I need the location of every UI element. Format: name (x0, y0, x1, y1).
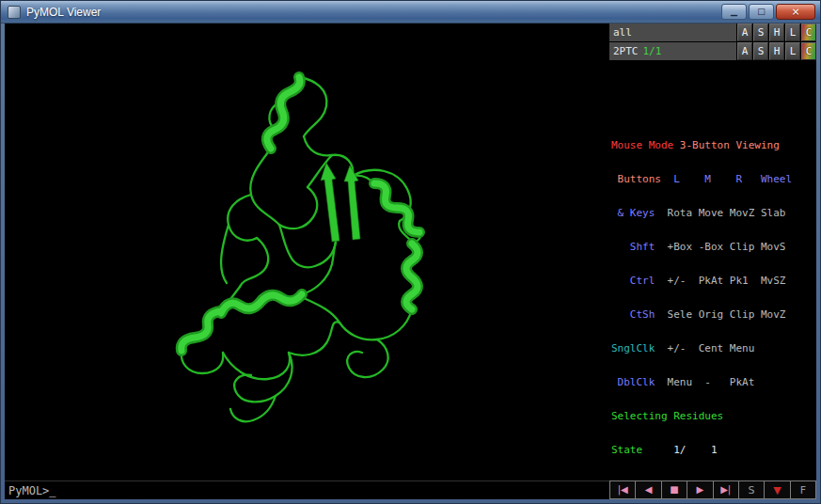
mouse-row-shft: Shft +Box -Box Clip MovS (611, 242, 816, 253)
maximize-icon: □ (757, 5, 766, 19)
window-title: PyMOL Viewer (26, 6, 716, 19)
snglclk-label: SnglClk (611, 342, 655, 354)
control-panel: all A S H L C 2PTC 1/1 A (609, 24, 816, 499)
ctrl-label: Ctrl (611, 275, 655, 287)
action-menu-button[interactable]: A (737, 24, 752, 41)
dblclk-values: Menu - PkAt (655, 376, 754, 388)
action-menu-button[interactable]: A (737, 42, 752, 60)
play-button[interactable]: ▶ (687, 480, 713, 499)
stop-icon: ■ (670, 485, 678, 495)
minimize-button[interactable]: ▁ (721, 4, 747, 20)
pymol-window: PyMOL Viewer ▁ □ × (0, 0, 821, 504)
command-line[interactable]: PyMOL>_ (5, 480, 609, 499)
mouse-row-ctsh: CtSh Sele Orig Clip MovZ (611, 309, 816, 321)
play-icon: ▶ (696, 485, 703, 495)
selecting-mode[interactable]: Selecting Residues (611, 411, 816, 422)
object-row-2ptc: 2PTC 1/1 A S H L C (609, 42, 816, 60)
mouse-row-snglclk: SnglClk +/- Cent Menu (611, 343, 816, 354)
rewind-to-start-icon: |◀ (618, 485, 628, 495)
buttons-columns: L M R Wheel (661, 173, 792, 185)
hide-menu-button[interactable]: H (769, 42, 784, 60)
forward-to-end-icon: ▶| (720, 485, 731, 495)
scene-button[interactable]: S (738, 480, 765, 499)
object-label: all (613, 26, 632, 39)
color-menu-button[interactable]: C (801, 42, 816, 60)
ctrl-values: +/- PkAt Pk1 MvSZ (655, 275, 785, 287)
command-prompt: PyMOL> (8, 484, 49, 497)
close-icon: × (791, 5, 799, 19)
titlebar[interactable]: PyMOL Viewer ▁ □ × (1, 1, 820, 24)
selecting-label: Selecting (611, 410, 668, 422)
label-menu-button[interactable]: L (785, 42, 800, 60)
movie-controls: |◀ ◀ ■ ▶ ▶| S ▼ F (609, 480, 816, 499)
minimize-icon: ▁ (731, 5, 737, 19)
scene-label: S (749, 485, 755, 496)
record-button[interactable]: ▼ (764, 480, 790, 499)
mouse-mode-header[interactable]: Mouse Mode 3-Button Viewing (611, 140, 816, 151)
keys-values: Rota Move MovZ Slab (655, 207, 785, 219)
forward-to-end-button[interactable]: ▶| (713, 480, 739, 499)
command-cursor: _ (49, 484, 55, 497)
keys-label: & Keys (611, 207, 655, 219)
window-controls: ▁ □ × (721, 4, 815, 20)
mouse-mode-label: Mouse Mode (611, 139, 673, 151)
close-button[interactable]: × (776, 4, 815, 20)
mouse-row-keys: & Keys Rota Move MovZ Slab (611, 208, 816, 219)
color-menu-button[interactable]: C (801, 24, 816, 41)
object-list-empty-area (609, 61, 816, 116)
state-value: 1/ 1 (642, 444, 717, 456)
object-list: all A S H L C 2PTC 1/1 A (609, 24, 816, 61)
mouse-mode-panel: Mouse Mode 3-Button Viewing Buttons L M … (609, 116, 816, 480)
object-name-2ptc[interactable]: 2PTC 1/1 (609, 42, 736, 60)
mouse-buttons-header: Buttons L M R Wheel (611, 174, 816, 185)
dblclk-label: DblClk (611, 376, 655, 388)
state-indicator[interactable]: State 1/ 1 (611, 445, 816, 456)
fullscreen-label: F (800, 485, 806, 496)
app-icon (8, 6, 21, 19)
ctsh-values: Sele Orig Clip MovZ (655, 308, 785, 321)
step-back-icon: ◀ (645, 485, 653, 495)
hide-menu-button[interactable]: H (769, 24, 784, 41)
mouse-row-ctrl: Ctrl +/- PkAt Pk1 MvSZ (611, 276, 816, 287)
step-back-button[interactable]: ◀ (635, 480, 661, 499)
state-label: State (611, 444, 642, 456)
stop-button[interactable]: ■ (661, 480, 687, 499)
ctsh-label: CtSh (611, 308, 655, 321)
object-row-all: all A S H L C (609, 24, 816, 41)
selecting-value: Residues (668, 410, 724, 422)
object-name-all[interactable]: all (609, 24, 736, 41)
protein-cartoon (5, 24, 609, 480)
window-frame: PyMOL>_ all A S H L C (1, 24, 820, 503)
shft-values: +Box -Box Clip MovS (655, 241, 785, 253)
mouse-row-dblclk: DblClk Menu - PkAt (611, 377, 816, 388)
show-menu-button[interactable]: S (753, 42, 768, 60)
mouse-mode-value: 3-Button Viewing (673, 139, 780, 151)
object-state: 1/1 (643, 45, 662, 57)
shft-label: Shft (611, 241, 655, 253)
buttons-label: Buttons (611, 173, 661, 185)
window-content: PyMOL>_ all A S H L C (5, 24, 816, 499)
maximize-button[interactable]: □ (749, 4, 774, 20)
snglclk-values: +/- Cent Menu (655, 342, 754, 354)
show-menu-button[interactable]: S (753, 24, 768, 41)
fullscreen-button[interactable]: F (790, 480, 816, 499)
3d-viewport[interactable] (5, 24, 609, 480)
record-icon: ▼ (773, 485, 781, 496)
label-menu-button[interactable]: L (785, 24, 800, 41)
object-label: 2PTC (613, 45, 639, 57)
rewind-to-start-button[interactable]: |◀ (609, 480, 636, 499)
main-column: PyMOL>_ (5, 24, 609, 499)
